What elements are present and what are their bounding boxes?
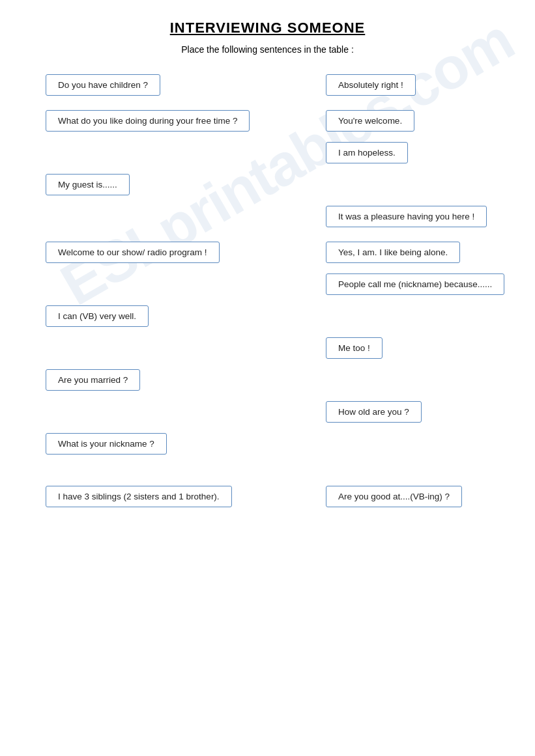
- col-right-2: You're welcome.: [319, 110, 509, 132]
- col-left-6: Welcome to our show/ radio program !: [46, 242, 319, 263]
- col-right-14: Are you good at....(VB-ing) ?: [319, 486, 509, 507]
- card-right-2: You're welcome.: [326, 110, 414, 132]
- col-right-1: Absolutely right !: [319, 74, 509, 96]
- card-right-9: Me too !: [326, 337, 383, 359]
- card-left-14: I have 3 siblings (2 sisters and 1 broth…: [46, 486, 232, 507]
- col-left-1: Do you have children ?: [46, 74, 319, 96]
- col-left-4: My guest is......: [46, 174, 319, 195]
- stair-row-4: My guest is......: [46, 174, 509, 195]
- stair-row-9: Me too !: [46, 337, 509, 359]
- stair-row-5: It was a pleasure having you here !: [46, 206, 509, 227]
- card-right-14: Are you good at....(VB-ing) ?: [326, 486, 462, 507]
- col-left-12: What is your nickname ?: [46, 433, 319, 455]
- card-right-1: Absolutely right !: [326, 74, 416, 96]
- card-right-3: I am hopeless.: [326, 142, 408, 163]
- col-right-3: I am hopeless.: [319, 142, 509, 163]
- card-left-4: My guest is......: [46, 174, 130, 195]
- stair-row-6: Welcome to our show/ radio program ! Yes…: [46, 242, 509, 263]
- col-left-8: I can (VB) very well.: [46, 305, 319, 327]
- card-right-5: It was a pleasure having you here !: [326, 206, 487, 227]
- stair-row-2: What do you like doing during your free …: [46, 110, 509, 132]
- subtitle: Place the following sentences in the tab…: [26, 44, 509, 55]
- col-right-9: Me too !: [319, 337, 509, 359]
- col-right-11: How old are you ?: [319, 401, 509, 423]
- col-right-5: It was a pleasure having you here !: [319, 206, 509, 227]
- stair-row-14: I have 3 siblings (2 sisters and 1 broth…: [46, 486, 509, 507]
- page-title: INTERVIEWING SOMEONE: [26, 20, 509, 36]
- card-left-12: What is your nickname ?: [46, 433, 167, 455]
- stair-row-12: What is your nickname ?: [46, 433, 509, 455]
- card-left-6: Welcome to our show/ radio program !: [46, 242, 220, 263]
- stair-row-8: I can (VB) very well.: [46, 305, 509, 327]
- stair-row-3: I am hopeless.: [46, 142, 509, 163]
- card-left-10: Are you married ?: [46, 369, 140, 391]
- col-left-14: I have 3 siblings (2 sisters and 1 broth…: [46, 486, 319, 507]
- col-left-10: Are you married ?: [46, 369, 319, 391]
- col-right-6: Yes, I am. I like being alone.: [319, 242, 509, 263]
- card-right-11: How old are you ?: [326, 401, 422, 423]
- col-left-2: What do you like doing during your free …: [46, 110, 319, 132]
- stair-row-1: Do you have children ? Absolutely right …: [46, 74, 509, 96]
- card-right-7: People call me (nickname) because......: [326, 273, 504, 295]
- card-right-6: Yes, I am. I like being alone.: [326, 242, 460, 263]
- card-left-8: I can (VB) very well.: [46, 305, 149, 327]
- stair-row-11: How old are you ?: [46, 401, 509, 423]
- stair-row-7: People call me (nickname) because......: [46, 273, 509, 295]
- col-right-7: People call me (nickname) because......: [319, 273, 509, 295]
- exercise-container: Do you have children ? Absolutely right …: [26, 74, 509, 507]
- card-left-1: Do you have children ?: [46, 74, 160, 96]
- stair-row-13: [26, 473, 509, 479]
- card-left-2: What do you like doing during your free …: [46, 110, 250, 132]
- stair-row-10: Are you married ?: [46, 369, 509, 391]
